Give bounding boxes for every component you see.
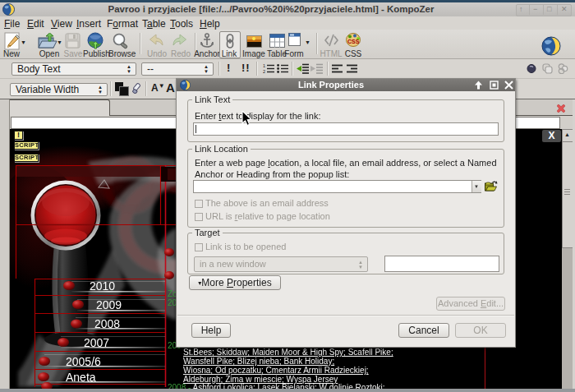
svg-text:CSS: CSS: [347, 39, 360, 44]
svg-text:1: 1: [263, 63, 265, 68]
svg-text:2: 2: [263, 69, 265, 74]
